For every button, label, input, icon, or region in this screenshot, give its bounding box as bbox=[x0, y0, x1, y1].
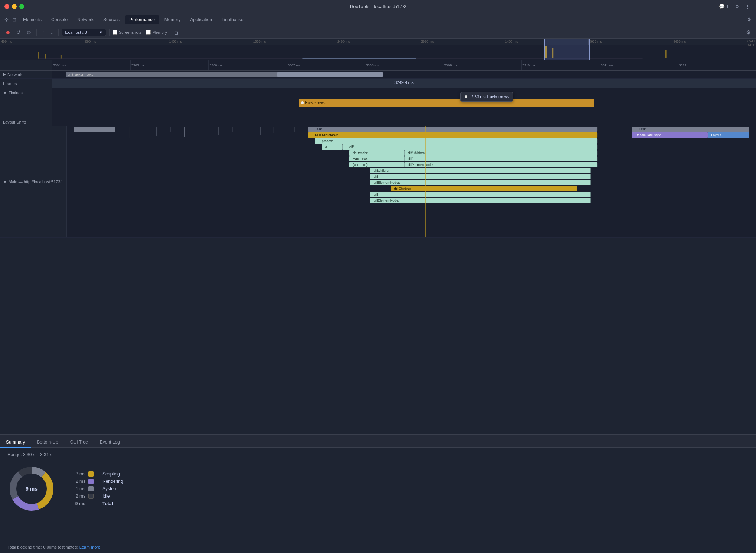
svg-text:Hac…ews: Hac…ews bbox=[353, 157, 368, 161]
svg-text:Task: Task bbox=[639, 127, 646, 131]
network-expand-icon[interactable]: ▶ bbox=[3, 72, 6, 77]
svg-text:diff: diff bbox=[374, 193, 378, 196]
tab-summary[interactable]: Summary bbox=[0, 437, 31, 448]
clear-recordings-button[interactable]: 🗑 bbox=[172, 28, 181, 36]
detail-tick-4: 3308 ms bbox=[365, 60, 443, 70]
tab-elements[interactable]: Elements bbox=[19, 15, 46, 24]
tab-memory[interactable]: Memory bbox=[160, 15, 185, 24]
range-text: Range: 3.30 s – 3.31 s bbox=[7, 452, 749, 457]
screenshots-label: Screenshots bbox=[119, 30, 141, 35]
svg-rect-51 bbox=[115, 127, 115, 138]
scripting-color bbox=[88, 471, 94, 477]
frames-track-content[interactable]: 3249.9 ms bbox=[52, 79, 756, 88]
upload-button[interactable]: ↑ bbox=[40, 28, 47, 36]
tab-sources[interactable]: Sources bbox=[99, 15, 124, 24]
total-value: 9 ms bbox=[71, 501, 85, 506]
learn-more-link[interactable]: Learn more bbox=[79, 545, 100, 549]
tab-lighthouse[interactable]: Lighthouse bbox=[217, 15, 248, 24]
download-button[interactable]: ↓ bbox=[48, 28, 55, 36]
detail-tick-2: 3306 ms bbox=[208, 60, 287, 70]
svg-text:diff: diff bbox=[349, 145, 354, 149]
screenshots-checkbox[interactable] bbox=[113, 30, 117, 35]
svg-text:diffChildren: diffChildren bbox=[374, 169, 390, 173]
tab-application[interactable]: Application bbox=[186, 15, 216, 24]
svg-text:Layout: Layout bbox=[711, 133, 721, 137]
ruler-tick-4: 2499 ms bbox=[336, 39, 420, 45]
frames-track: Frames 3249.9 ms bbox=[0, 79, 756, 88]
screenshots-toggle[interactable]: Screenshots bbox=[113, 30, 141, 35]
overview-selection[interactable] bbox=[544, 39, 590, 60]
close-button[interactable] bbox=[4, 4, 9, 9]
clear-button[interactable]: ⊘ bbox=[25, 28, 33, 36]
main-label: Main — http://localhost:5173/ bbox=[9, 180, 61, 184]
profile-select[interactable]: localhost #3 ▼ bbox=[62, 29, 106, 36]
hackernews-timing-bar[interactable]: Hackernews bbox=[299, 99, 594, 107]
bottom-tabs: Summary Bottom-Up Call Tree Event Log bbox=[0, 435, 756, 448]
idle-color bbox=[88, 494, 94, 499]
fullscreen-button[interactable] bbox=[19, 4, 24, 9]
system-value: 1 ms bbox=[71, 486, 85, 491]
svg-rect-58 bbox=[218, 127, 219, 135]
legend-table: 3 ms Scripting 2 ms Rendering 1 ms Syste… bbox=[71, 471, 147, 506]
tab-console[interactable]: Console bbox=[47, 15, 72, 24]
timings-expand-icon[interactable]: ▼ bbox=[3, 91, 7, 95]
svg-rect-44 bbox=[391, 186, 577, 191]
network-track: ▶ Network on (hacker-new... bbox=[0, 71, 756, 79]
svg-rect-53 bbox=[143, 127, 143, 134]
main-track-label: ▼ Main — http://localhost:5173/ bbox=[0, 126, 67, 237]
device-icon[interactable]: ⊡ bbox=[11, 16, 18, 23]
refresh-record-button[interactable]: ↺ bbox=[14, 28, 23, 36]
toolbar: ⏺ ↺ ⊘ ↑ ↓ localhost #3 ▼ Screenshots Mem… bbox=[0, 26, 756, 39]
svg-rect-46 bbox=[370, 192, 591, 197]
chart-legend: 3 ms Scripting 2 ms Rendering 1 ms Syste… bbox=[71, 471, 147, 506]
idle-value: 2 ms bbox=[71, 494, 85, 499]
svg-rect-10 bbox=[308, 127, 598, 132]
record-button[interactable]: ⏺ bbox=[3, 28, 13, 36]
svg-rect-42 bbox=[370, 180, 591, 185]
svg-rect-38 bbox=[370, 168, 591, 173]
track-area-inner: ▶ Network on (hacker-new... Frames bbox=[0, 71, 756, 434]
svg-rect-28 bbox=[404, 150, 597, 156]
main-track: ▼ Main — http://localhost:5173/ T… Task bbox=[0, 126, 756, 238]
main-track-content[interactable]: T… Task Task Run Microtasks Recalculate … bbox=[67, 126, 756, 237]
svg-text:doRender: doRender bbox=[353, 151, 368, 155]
svg-text:diffChildren: diffChildren bbox=[408, 151, 425, 155]
svg-rect-56 bbox=[184, 127, 185, 137]
tab-performance[interactable]: Performance bbox=[125, 15, 159, 24]
timeline-overview[interactable]: 499 ms 999 ms 1499 ms 1999 ms 2499 ms 29… bbox=[0, 39, 756, 60]
scripting-value: 3 ms bbox=[71, 471, 85, 477]
overview-ruler: 499 ms 999 ms 1499 ms 1999 ms 2499 ms 29… bbox=[0, 39, 756, 45]
capture-settings-icon[interactable]: ⚙ bbox=[744, 28, 753, 36]
main-expand-icon[interactable]: ▼ bbox=[3, 180, 7, 184]
svg-rect-5 bbox=[665, 50, 667, 58]
layout-shifts-content[interactable] bbox=[52, 118, 756, 126]
detail-tick-3: 3307 ms bbox=[287, 60, 365, 70]
title-bar: DevTools - localhost:5173/ 💬 1 ⚙ ⋮ bbox=[0, 0, 756, 13]
layout-shifts-track: Layout Shifts bbox=[0, 118, 756, 126]
minimize-button[interactable] bbox=[12, 4, 17, 9]
window-title: DevTools - localhost:5173/ bbox=[350, 4, 406, 9]
settings-icon[interactable]: ⚙ bbox=[733, 3, 741, 10]
memory-toggle[interactable]: Memory bbox=[146, 30, 167, 35]
tab-bottom-up[interactable]: Bottom-Up bbox=[31, 437, 64, 448]
notification-icon[interactable]: 💬 1 bbox=[717, 3, 730, 10]
cpu-label: CPU bbox=[747, 39, 755, 43]
profile-dropdown-icon: ▼ bbox=[99, 30, 103, 35]
svg-rect-61 bbox=[274, 127, 274, 133]
svg-rect-7 bbox=[302, 58, 416, 59]
tab-event-log[interactable]: Event Log bbox=[94, 437, 126, 448]
timings-track-content[interactable]: Hackernews 2.83 ms Hackernews bbox=[52, 88, 756, 118]
timings-label: Timings bbox=[9, 91, 23, 95]
detail-ruler: 3304 ms 3305 ms 3306 ms 3307 ms 3308 ms … bbox=[52, 60, 756, 70]
more-icon[interactable]: ⋮ bbox=[744, 3, 752, 10]
tab-call-tree[interactable]: Call Tree bbox=[64, 437, 94, 448]
network-track-content[interactable]: on (hacker-new... bbox=[52, 71, 756, 78]
svg-text:diffElementNodes: diffElementNodes bbox=[408, 163, 434, 167]
settings-panel-icon[interactable]: ⚙ bbox=[746, 16, 753, 23]
detail-tick-0: 3304 ms bbox=[52, 60, 130, 70]
memory-checkbox[interactable] bbox=[146, 30, 151, 35]
cursor-icon[interactable]: ⊹ bbox=[3, 16, 10, 23]
svg-text:diff: diff bbox=[408, 157, 413, 161]
tab-network[interactable]: Network bbox=[73, 15, 98, 24]
track-area: ▶ Network on (hacker-new... Frames bbox=[0, 71, 756, 434]
